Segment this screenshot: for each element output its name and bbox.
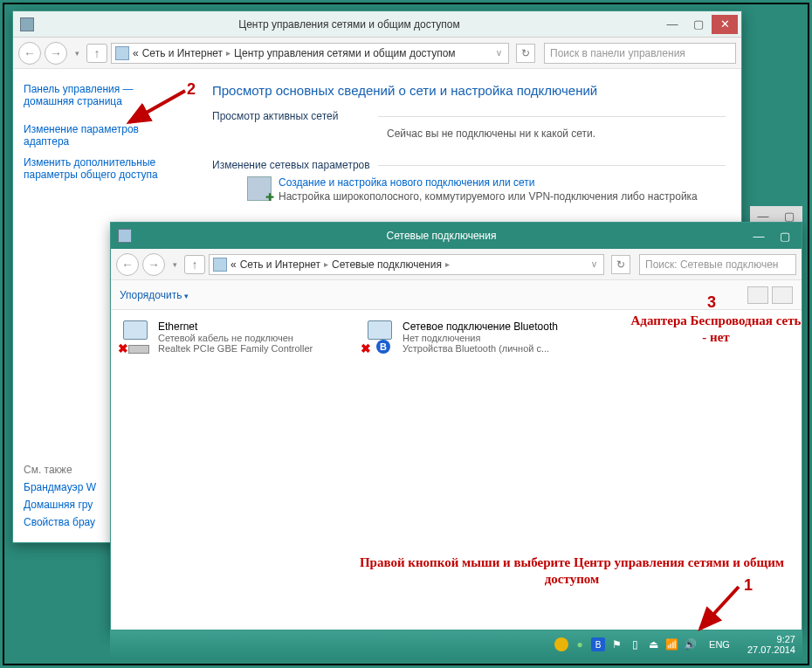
connection-name: Ethernet	[158, 320, 313, 333]
toolbar: ← → ▾ ↑ « Сеть и Интернет ▸ Сетевые подк…	[111, 249, 802, 280]
tray-battery-icon[interactable]: ▯	[628, 637, 642, 651]
disconnected-icon: ✖	[361, 341, 373, 354]
clock[interactable]: 9:27 27.07.2014	[747, 634, 795, 655]
bluetooth-badge-icon: B	[376, 340, 390, 354]
refresh-button[interactable]: ↻	[516, 44, 535, 63]
nav-forward-button[interactable]: →	[142, 253, 165, 276]
search-input[interactable]: Поиск в панели управления	[544, 43, 736, 64]
tray-app-icon[interactable]	[554, 637, 568, 651]
network-connections-window: Сетевые подключения — ▢ ← → ▾ ↑ « Сеть и…	[110, 222, 802, 630]
search-placeholder: Поиск: Сетевые подключен	[645, 258, 779, 271]
active-networks-title: Просмотр активных сетей	[212, 110, 726, 122]
chevron-right-icon: ▸	[226, 48, 231, 58]
ethernet-icon: ✖	[120, 320, 151, 352]
tray-shield-icon[interactable]: ⚑	[609, 637, 623, 651]
clock-date: 27.07.2014	[747, 644, 795, 655]
tray-skype-icon[interactable]: ●	[573, 637, 587, 651]
new-connection-icon	[247, 176, 272, 201]
breadcrumb-icon	[213, 258, 227, 272]
help-button[interactable]	[772, 286, 793, 304]
maximize-button[interactable]: ▢	[772, 226, 798, 245]
window-title: Центр управления сетями и общим доступом	[39, 18, 659, 31]
toolbar: ← → ▾ ↑ « Сеть и Интернет ▸ Центр управл…	[13, 38, 741, 69]
nav-back-button[interactable]: ←	[18, 42, 41, 65]
breadcrumb[interactable]: « Сеть и Интернет ▸ Сетевые подключения …	[209, 254, 604, 275]
taskbar[interactable]: ● B ⚑ ▯ ⏏ 📶 🔊 ENG 9:27 27.07.2014	[110, 630, 802, 658]
window-title: Сетевые подключения	[137, 230, 746, 242]
active-networks-msg: Сейчас вы не подключены ни к какой сети.	[387, 127, 726, 140]
clock-time: 9:27	[747, 634, 795, 644]
nav-back-button[interactable]: ←	[116, 253, 139, 276]
breadcrumb-item[interactable]: Сетевые подключения	[332, 258, 442, 271]
disconnected-icon: ✖	[118, 341, 130, 354]
titlebar[interactable]: Центр управления сетями и общим доступом…	[13, 11, 741, 38]
breadcrumb-prefix: «	[133, 47, 139, 59]
connection-device: Realtek PCIe GBE Family Controller	[158, 343, 313, 354]
organize-menu[interactable]: Упорядочить	[120, 289, 189, 301]
search-input[interactable]: Поиск: Сетевые подключен	[639, 254, 796, 275]
view-mode-button[interactable]	[747, 286, 768, 304]
chevron-down-icon[interactable]: v	[592, 259, 596, 269]
search-placeholder: Поиск в панели управления	[550, 47, 685, 59]
close-button[interactable]: ✕	[712, 15, 738, 34]
breadcrumb-item[interactable]: Центр управления сетями и общим доступом	[234, 47, 456, 59]
minimize-button[interactable]: —	[746, 226, 772, 245]
new-connection-link[interactable]: Создание и настройка нового подключения …	[279, 176, 535, 189]
chevron-down-icon[interactable]: v	[497, 48, 501, 58]
sidebar-adapter-link[interactable]: Изменение параметров адаптера	[24, 123, 186, 148]
language-indicator[interactable]: ENG	[709, 639, 730, 650]
maximize-button[interactable]: ▢	[685, 15, 712, 34]
nav-up-button[interactable]: ↑	[184, 255, 205, 274]
tray-bluetooth-icon[interactable]: B	[591, 637, 605, 651]
nav-up-button[interactable]: ↑	[86, 44, 107, 63]
app-icon	[118, 229, 132, 243]
system-tray[interactable]: ● B ⚑ ▯ ⏏ 📶 🔊	[554, 637, 697, 651]
tray-network-icon[interactable]: 📶	[664, 637, 678, 651]
nav-history-button[interactable]: ▾	[71, 45, 83, 62]
nav-forward-button[interactable]: →	[45, 42, 67, 65]
connection-device: Устройства Bluetooth (личной с...	[403, 343, 558, 354]
minimize-button[interactable]: —	[659, 15, 685, 34]
bluetooth-icon: B ✖	[364, 320, 396, 352]
change-settings-title: Изменение сетевых параметров	[212, 159, 726, 171]
new-connection-desc: Настройка широкополосного, коммутируемог…	[279, 190, 698, 203]
connection-item-ethernet[interactable]: ✖ Ethernet Сетевой кабель не подключен R…	[120, 320, 347, 354]
breadcrumb[interactable]: « Сеть и Интернет ▸ Центр управления сет…	[111, 43, 509, 64]
chevron-right-icon: ▸	[445, 259, 450, 269]
app-icon	[20, 17, 34, 31]
connection-name: Сетевое подключение Bluetooth	[403, 320, 558, 333]
connections-list: ✖ Ethernet Сетевой кабель не подключен R…	[111, 310, 802, 364]
sidebar-sharing-link[interactable]: Изменить дополнительные параметры общего…	[24, 156, 186, 181]
page-heading: Просмотр основных сведений о сети и наст…	[212, 83, 726, 98]
command-bar: Упорядочить	[111, 280, 802, 310]
breadcrumb-prefix: «	[231, 258, 237, 271]
connection-status: Сетевой кабель не подключен	[158, 333, 313, 343]
breadcrumb-item[interactable]: Сеть и Интернет	[142, 47, 223, 59]
chevron-right-icon: ▸	[324, 259, 328, 269]
titlebar[interactable]: Сетевые подключения — ▢	[111, 223, 802, 249]
refresh-button[interactable]: ↻	[611, 255, 630, 274]
tray-eject-icon[interactable]: ⏏	[646, 637, 660, 651]
breadcrumb-item[interactable]: Сеть и Интернет	[240, 258, 320, 271]
connection-status: Нет подключения	[403, 333, 558, 343]
breadcrumb-icon	[115, 46, 129, 60]
nav-history-button[interactable]: ▾	[169, 256, 181, 273]
tray-volume-icon[interactable]: 🔊	[683, 637, 697, 651]
sidebar-home-link[interactable]: Панель управления — домашняя страница	[24, 83, 186, 107]
connection-item-bluetooth[interactable]: B ✖ Сетевое подключение Bluetooth Нет по…	[364, 320, 591, 354]
